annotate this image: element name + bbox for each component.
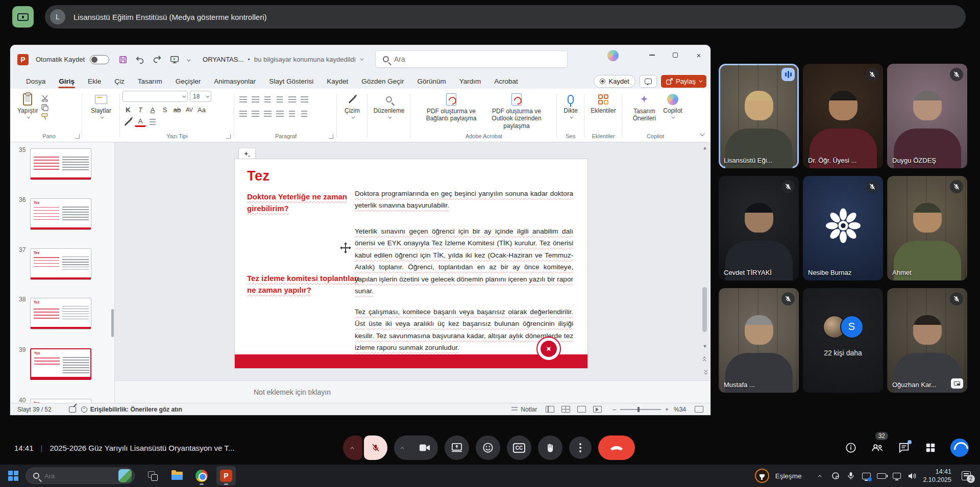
- numbering-button[interactable]: [250, 94, 261, 105]
- underline-button[interactable]: A: [147, 104, 158, 115]
- slide-canvas[interactable]: Tez Doktora Yeterliğe ne zaman girebilir…: [235, 159, 587, 368]
- tab-yardim[interactable]: Yardım: [453, 75, 488, 87]
- text-shadow-button[interactable]: S: [159, 104, 170, 115]
- align-center-button[interactable]: [250, 108, 261, 119]
- line-spacing-button[interactable]: [286, 94, 298, 105]
- camera-button[interactable]: [394, 435, 438, 460]
- justify-button[interactable]: [274, 108, 285, 119]
- tab-kaydet[interactable]: Kaydet: [320, 75, 355, 87]
- participants-button[interactable]: 32: [871, 441, 884, 454]
- maximize-button[interactable]: [664, 45, 687, 65]
- fit-to-window-button[interactable]: [695, 406, 703, 413]
- tray-network-icon[interactable]: [892, 471, 901, 480]
- participant-tile[interactable]: Duygu ÖZDEŞ: [887, 64, 967, 168]
- taskbar-search[interactable]: [26, 468, 135, 484]
- redo-icon[interactable]: [152, 55, 162, 64]
- slide-question-1[interactable]: Doktora Yeterliğe ne zaman girebilirim?: [247, 191, 347, 215]
- participant-tile[interactable]: Oğuzhan Kar...: [887, 288, 967, 393]
- font-size-combo[interactable]: 18: [190, 91, 211, 102]
- smartart-convert-button[interactable]: [299, 108, 310, 119]
- slide-sorter-view-button[interactable]: [561, 406, 570, 413]
- task-view-button[interactable]: [143, 466, 162, 485]
- document-title[interactable]: ORYANTAS...: [203, 56, 243, 63]
- picture-in-picture-icon[interactable]: [951, 378, 963, 389]
- present-button[interactable]: [445, 435, 469, 460]
- normal-view-button[interactable]: [546, 406, 554, 413]
- notification-center-button[interactable]: 2: [962, 471, 971, 480]
- tab-ciz[interactable]: Çiz: [108, 75, 131, 87]
- addins-button[interactable]: Eklentiler: [587, 91, 620, 115]
- record-button[interactable]: Kaydet: [594, 75, 635, 88]
- share-button[interactable]: Paylaş: [661, 75, 706, 88]
- notes-toggle[interactable]: Notlar: [506, 406, 542, 413]
- captions-button[interactable]: CC: [507, 435, 531, 460]
- paragraph-dialog-launcher-icon[interactable]: [329, 134, 333, 139]
- bold-button[interactable]: K: [122, 104, 134, 115]
- slide-thumbnail-37[interactable]: Tez: [30, 248, 91, 280]
- slides-button[interactable]: Slaytlar: [85, 91, 117, 119]
- slide-thumbnail-39-selected[interactable]: Tez: [30, 348, 91, 380]
- collapse-ribbon-button[interactable]: [700, 131, 703, 138]
- slide-question-2[interactable]: Tez izleme komitesi toplantıları ne zama…: [247, 272, 368, 296]
- zoom-out-button[interactable]: –: [612, 406, 616, 413]
- close-button[interactable]: ×: [687, 45, 710, 65]
- slide-thumbnail-38[interactable]: Tez: [30, 298, 91, 329]
- pdf-create-link-button[interactable]: PDF oluşturma ve Bağlantı paylaşma: [421, 91, 482, 130]
- start-slideshow-icon[interactable]: [169, 55, 180, 64]
- tab-gecisler[interactable]: Geçişler: [169, 75, 208, 87]
- trophy-app-icon[interactable]: [755, 469, 769, 483]
- strikethrough-button[interactable]: ab: [172, 104, 183, 115]
- chrome-button[interactable]: [192, 466, 211, 485]
- reactions-button[interactable]: [476, 435, 500, 460]
- thumbnail-scrollbar[interactable]: [111, 309, 114, 337]
- format-painter-icon[interactable]: [41, 113, 49, 120]
- paste-button[interactable]: Yapıştır: [17, 91, 38, 120]
- align-left-button[interactable]: [237, 108, 249, 119]
- previous-slide-button[interactable]: [701, 354, 708, 364]
- character-spacing-button[interactable]: AV: [184, 104, 195, 115]
- accessibility-status[interactable]: Erişilebilirlik: Önerilere göz atın: [76, 406, 187, 413]
- raise-hand-button[interactable]: [538, 435, 562, 460]
- font-dialog-launcher-icon[interactable]: [226, 134, 231, 139]
- highlight-button[interactable]: [122, 116, 134, 127]
- notes-pane[interactable]: Not eklemek için tıklayın: [115, 380, 710, 403]
- host-controls-icon[interactable]: [950, 439, 969, 457]
- undo-icon[interactable]: [135, 55, 145, 64]
- tab-dosya[interactable]: Dosya: [19, 75, 52, 87]
- tray-battery-icon[interactable]: [877, 471, 886, 480]
- search-highlight-thumbnail[interactable]: [118, 469, 132, 482]
- autosave-toggle[interactable]: [90, 55, 109, 64]
- zoom-slider-knob[interactable]: [638, 407, 640, 412]
- tab-slayt-gosterisi[interactable]: Slayt Gösterisi: [262, 75, 320, 87]
- save-icon[interactable]: [118, 55, 128, 64]
- bullets-button[interactable]: [237, 94, 249, 105]
- text-direction-button[interactable]: [299, 94, 310, 105]
- designer-button[interactable]: [239, 148, 255, 160]
- font-color-button[interactable]: A: [135, 117, 146, 127]
- drawing-button[interactable]: Çizim: [339, 91, 365, 119]
- participant-tile[interactable]: Nesibe Burnaz: [803, 176, 883, 280]
- tray-screen-share-icon[interactable]: [862, 471, 871, 480]
- slide-title[interactable]: Tez: [247, 168, 270, 184]
- tab-ekle[interactable]: Ekle: [81, 75, 108, 87]
- cut-icon[interactable]: [41, 95, 49, 102]
- increase-indent-button[interactable]: [274, 94, 285, 105]
- copy-icon[interactable]: [41, 104, 49, 111]
- copilot-titlebar-icon[interactable]: [607, 50, 619, 61]
- reading-view-button[interactable]: [577, 406, 586, 413]
- mic-muted-button[interactable]: [364, 435, 387, 460]
- tab-giris[interactable]: Giriş: [52, 75, 81, 87]
- meeting-info-button[interactable]: [844, 441, 857, 454]
- participant-tile[interactable]: Cevdet TİRYAKİ: [719, 176, 799, 280]
- tab-tasarim[interactable]: Tasarım: [131, 75, 169, 87]
- scroll-up-icon[interactable]: ▲: [701, 144, 708, 151]
- slide-thumbnail-40[interactable]: Tez: [30, 399, 91, 403]
- save-status[interactable]: bu bilgisayar konumuna kaydedildi: [254, 56, 356, 63]
- start-button[interactable]: [8, 471, 18, 481]
- slide-scrollbar[interactable]: ▲ ▼: [701, 144, 708, 378]
- participant-tile[interactable]: Mustafa ...: [719, 288, 799, 393]
- zoom-in-button[interactable]: +: [665, 406, 669, 413]
- file-explorer-button[interactable]: [167, 466, 187, 485]
- next-slide-button[interactable]: [701, 367, 708, 377]
- editing-button[interactable]: Düzenleme: [370, 91, 408, 119]
